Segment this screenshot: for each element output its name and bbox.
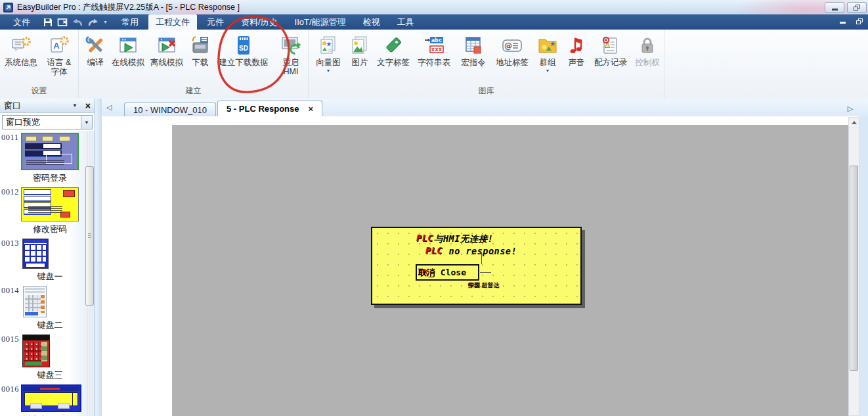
window-thumbnail[interactable] (21, 133, 79, 170)
group-label-settings: 设置 (0, 85, 78, 99)
menu-file[interactable]: 文件 (5, 14, 38, 30)
online-simulation-button[interactable]: 在线模拟 (110, 30, 146, 85)
redo-icon[interactable] (87, 18, 98, 27)
guide-mark-horizontal (480, 272, 491, 273)
offline-simulation-button[interactable]: 离线模拟 (146, 30, 187, 85)
svg-text:SD: SD (239, 45, 248, 52)
compile-icon (85, 34, 106, 57)
scroll-up-icon[interactable] (849, 118, 859, 128)
tab-close-icon[interactable]: × (309, 104, 314, 114)
dialog-line1-overlay: PLC (416, 233, 433, 243)
picture-button[interactable]: 图片 (346, 30, 374, 85)
ribbon-group-build: 编译 在线模拟 离线模拟 下载 SD 建立下载数据 重启HMI (79, 30, 309, 99)
window-title: EasyBuilder Pro : 产线触摸屏V2.25版A - [5 - PL… (17, 2, 240, 13)
vector-graphics-button[interactable]: 向量图 ▼ (311, 30, 346, 85)
quick-access-toolbar: ▼ (41, 17, 110, 28)
window-thumbnail[interactable] (21, 187, 79, 221)
vector-graphics-icon (317, 34, 339, 57)
hmi-screen[interactable]: PLC与HMI无连接! PLC PLC no response! PLC FK_… (172, 125, 848, 416)
tab-scroll-right-icon[interactable]: ▷ (846, 104, 855, 113)
window-preview-value: 窗口预览 (6, 116, 40, 128)
panel-scrollbar-thumb[interactable] (85, 166, 94, 306)
compile-button[interactable]: 编译 (81, 30, 110, 85)
window-item-0012[interactable]: 0012 修改密码 (0, 185, 95, 237)
window-panel-title: 窗口 (4, 100, 21, 112)
window-item-0011[interactable]: 0011 密码登录 (0, 131, 95, 185)
ribbon-group-settings: 系统信息 A 语言 & 字体 设置 (0, 30, 79, 99)
group-library-button[interactable]: 群组 ▼ (532, 30, 563, 85)
panel-dropdown-icon[interactable]: ▼ (72, 103, 77, 108)
language-font-icon: A (49, 34, 70, 57)
window-item-0015[interactable]: 0015 键盘三 (0, 333, 95, 382)
control-token-button: 控制权 (631, 30, 664, 85)
svg-text:abc: abc (431, 37, 442, 43)
quick-access-more-icon[interactable]: ▼ (103, 20, 108, 24)
window-panel: 窗口 ▼ × 窗口预览 ▼ 0011 密码登录 0012 修改密码 (0, 99, 95, 416)
window-list: 0011 密码登录 0012 修改密码 0013 键盘一 (0, 131, 95, 416)
macro-icon (463, 34, 484, 57)
sound-button[interactable]: 声音 (563, 30, 590, 85)
save-icon[interactable] (43, 17, 53, 28)
recipe-record-icon (600, 34, 621, 57)
tab-object[interactable]: 元件 (200, 14, 231, 30)
tab-data-history[interactable]: 资料/历史 (234, 14, 285, 30)
system-info-button[interactable]: 系统信息 (2, 30, 40, 85)
language-font-button[interactable]: A 语言 & 字体 (40, 30, 78, 85)
canvas-vertical-scrollbar[interactable] (848, 117, 859, 416)
recipe-record-button[interactable]: 配方记录 (590, 30, 631, 85)
window-thumbnail[interactable] (22, 335, 50, 367)
window-preview-select[interactable]: 窗口预览 ▼ (2, 115, 93, 129)
string-table-button[interactable]: abcxxx 字符串表 (413, 30, 455, 85)
window-item-0016[interactable]: 0016 停机提示页面 (0, 382, 95, 416)
window-item-0014[interactable]: 0014 键盘二 (0, 284, 95, 333)
window-thumbnail[interactable] (21, 384, 81, 412)
build-download-data-button[interactable]: SD 建立下载数据 (213, 30, 274, 85)
tab-iiot-energy[interactable]: IIoT/能源管理 (288, 14, 353, 30)
svg-text:A: A (53, 41, 60, 51)
system-info-icon (11, 34, 32, 57)
tab-plc-response[interactable]: 5 - PLC Response × (217, 101, 322, 116)
tab-project-file[interactable]: 工程文件 (148, 14, 197, 30)
ribbon-group-library: 向量图 ▼ 图片 文字标签 abcxxx 字符串表 宏指令 @ 地址标签 (309, 30, 664, 99)
sd-card-icon: SD (233, 34, 254, 57)
vector-dropdown-icon[interactable]: ▼ (326, 68, 331, 73)
online-simulation-icon (118, 34, 139, 57)
address-tag-button[interactable]: @ 地址标签 (492, 30, 532, 85)
design-canvas[interactable]: PLC与HMI无连接! PLC PLC no response! PLC FK_… (102, 116, 868, 416)
restart-hmi-icon (280, 34, 301, 57)
panel-scrollbar[interactable] (85, 132, 94, 415)
restore-icon (854, 5, 860, 11)
minimize-icon (832, 9, 838, 11)
svg-text:xxx: xxx (431, 46, 443, 53)
canvas-scrollbar-thumb[interactable] (850, 166, 858, 371)
tab-tools[interactable]: 工具 (390, 14, 422, 30)
plc-response-dialog[interactable]: PLC与HMI无连接! PLC PLC no response! PLC FK_… (371, 227, 582, 305)
text-label-button[interactable]: 文字标签 (374, 30, 413, 85)
group-dropdown-icon[interactable]: ▼ (546, 68, 550, 73)
tab-window-010[interactable]: 10 - WINDOW_010 (124, 103, 216, 116)
combo-dropdown-icon[interactable]: ▼ (81, 116, 92, 129)
macro-button[interactable]: 宏指令 (455, 30, 492, 85)
undo-icon[interactable] (72, 18, 83, 27)
window-thumbnail[interactable] (22, 239, 49, 269)
child-restore-icon[interactable] (856, 18, 863, 24)
download-button[interactable]: 下载 (187, 30, 213, 85)
ribbon: 系统信息 A 语言 & 字体 设置 编译 在线模拟 离线模拟 (0, 30, 868, 99)
restore-button[interactable] (847, 2, 867, 13)
minimize-button[interactable] (825, 2, 844, 13)
panel-close-icon[interactable]: × (85, 101, 91, 111)
music-note-icon (566, 34, 587, 57)
child-minimize-icon[interactable] (840, 22, 846, 24)
editor-area: ◁ 10 - WINDOW_010 5 - PLC Response × ▷ P… (102, 99, 868, 416)
window-thumbnail[interactable] (23, 286, 47, 317)
restart-hmi-button[interactable]: 重启HMI (274, 30, 308, 85)
panel-splitter[interactable] (95, 99, 102, 416)
tab-scroll-left-icon[interactable]: ◁ (104, 103, 114, 112)
close-window-icon[interactable] (57, 17, 68, 28)
offline-simulation-icon (156, 34, 177, 57)
tab-view[interactable]: 检视 (356, 14, 387, 30)
cancel-close-button[interactable]: FK_取消 Close (416, 264, 479, 281)
window-item-0013[interactable]: 0013 键盘一 (0, 237, 95, 284)
tab-common[interactable]: 常用 (114, 14, 146, 30)
group-label-library: 图库 (309, 85, 664, 99)
